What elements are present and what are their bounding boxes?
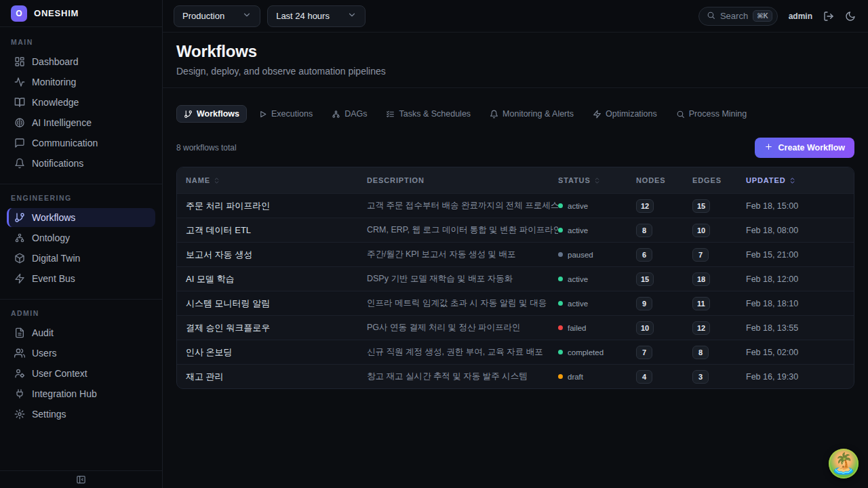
tab-label: Tasks & Schedules xyxy=(399,109,471,119)
tab-label: DAGs xyxy=(344,109,367,119)
sidebar-item-label: Notifications xyxy=(32,158,83,169)
tab-process-mining[interactable]: Process Mining xyxy=(669,105,754,123)
chevrons-up-down-icon xyxy=(593,177,601,184)
table-row[interactable]: 인사 온보딩신규 직원 계정 생성, 권한 부여, 교육 자료 배포comple… xyxy=(177,340,854,364)
table-row[interactable]: 시스템 모니터링 알림인프라 메트릭 임계값 초과 시 자동 알림 및 대응ac… xyxy=(177,291,854,315)
list-checks-icon xyxy=(386,110,395,119)
tab-optimizations[interactable]: Optimizations xyxy=(585,105,665,123)
plug-icon xyxy=(14,388,25,399)
table-row[interactable]: AI 모델 학습DSPy 기반 모델 재학습 및 배포 자동화active151… xyxy=(177,266,854,291)
sidebar-item-audit[interactable]: Audit xyxy=(7,323,155,342)
sidebar-item-knowledge[interactable]: Knowledge xyxy=(7,93,155,112)
status-dot-icon xyxy=(558,277,563,281)
chevron-down-icon xyxy=(242,10,252,20)
sidebar-footer xyxy=(0,470,162,488)
edges-cell: 3 xyxy=(692,370,746,384)
theme-toggle-button[interactable] xyxy=(845,11,856,22)
log-out-icon xyxy=(823,11,834,22)
edges-count: 8 xyxy=(692,346,709,359)
search-placeholder: Search xyxy=(720,11,748,21)
sidebar-item-label: Users xyxy=(32,348,57,359)
tab-monitoring-alerts[interactable]: Monitoring & Alerts xyxy=(482,105,581,123)
assistant-widget-button[interactable]: 🏝️ xyxy=(829,449,859,479)
sidebar-item-label: Monitoring xyxy=(32,77,76,87)
edges-count: 7 xyxy=(692,248,709,262)
activity-icon xyxy=(14,77,25,87)
column-header-edges: EDGES xyxy=(692,176,746,184)
nodes-cell: 9 xyxy=(636,297,692,310)
updated-timestamp: Feb 18, 12:00 xyxy=(746,274,854,284)
column-header-description: DESCRIPTION xyxy=(367,176,558,184)
status-dot-icon xyxy=(558,203,563,208)
edges-count: 15 xyxy=(692,199,710,213)
time-range-selector[interactable]: Last 24 hours xyxy=(267,5,366,27)
create-workflow-button[interactable]: Create Workflow xyxy=(755,138,854,158)
column-label: STATUS xyxy=(558,176,591,184)
sidebar-item-label: Settings xyxy=(32,409,66,420)
workflow-name: 주문 처리 파이프라인 xyxy=(177,200,367,212)
column-label: DESCRIPTION xyxy=(367,176,425,184)
nodes-cell: 12 xyxy=(636,199,692,213)
time-range-value: Last 24 hours xyxy=(276,11,330,21)
sidebar-item-monitoring[interactable]: Monitoring xyxy=(7,73,155,92)
sidebar-item-dashboard[interactable]: Dashboard xyxy=(7,52,155,71)
column-header-status[interactable]: STATUS xyxy=(558,176,636,184)
sidebar-item-users[interactable]: Users xyxy=(7,344,155,363)
tab-label: Optimizations xyxy=(606,109,657,119)
tab-workflows[interactable]: Workflows xyxy=(176,105,247,123)
sidebar-item-ai-intelligence[interactable]: AI Intelligence xyxy=(7,113,155,132)
edges-count: 10 xyxy=(692,224,710,237)
sidebar-item-notifications[interactable]: Notifications xyxy=(7,154,155,173)
sidebar-item-settings[interactable]: Settings xyxy=(7,405,155,424)
status-badge: failed xyxy=(558,324,636,332)
environment-selector[interactable]: Production xyxy=(174,5,260,27)
sidebar-item-label: AI Intelligence xyxy=(32,117,92,128)
tab-dags[interactable]: DAGs xyxy=(324,105,374,123)
search-input[interactable]: Search ⌘K xyxy=(698,7,778,26)
tab-label: Executions xyxy=(271,109,313,119)
column-header-updated[interactable]: UPDATED xyxy=(746,176,854,184)
bell-icon xyxy=(490,110,498,119)
tab-tasks-schedules[interactable]: Tasks & Schedules xyxy=(378,105,478,123)
nodes-cell: 15 xyxy=(636,272,692,286)
chevrons-up-down-icon xyxy=(789,177,796,184)
table-row[interactable]: 주문 처리 파이프라인고객 주문 접수부터 배송 완료까지의 전체 프로세스ac… xyxy=(177,193,854,218)
nodes-count: 7 xyxy=(636,346,652,359)
sidebar-item-digital-twin[interactable]: Digital Twin xyxy=(7,249,155,268)
sidebar-item-label: Workflows xyxy=(32,212,75,223)
search-shortcut-badge: ⌘K xyxy=(753,10,772,22)
status-badge: paused xyxy=(558,251,636,259)
column-label: NODES xyxy=(636,176,666,184)
table-row[interactable]: 고객 데이터 ETLCRM, ERP, 웹 로그 데이터 통합 및 변환 파이프… xyxy=(177,218,854,242)
sidebar-collapse-button[interactable] xyxy=(76,474,86,485)
sidebar-item-integration-hub[interactable]: Integration Hub xyxy=(7,384,155,403)
sidebar-item-label: Audit xyxy=(32,327,54,338)
page-subtitle: Design, deploy, and observe automation p… xyxy=(176,66,854,77)
updated-timestamp: Feb 18, 15:00 xyxy=(746,201,854,211)
status-label: draft xyxy=(568,373,583,381)
table-row[interactable]: 보고서 자동 생성주간/월간 KPI 보고서 자동 생성 및 배포paused6… xyxy=(177,242,854,266)
logout-button[interactable] xyxy=(823,11,834,22)
sidebar-item-ontology[interactable]: Ontology xyxy=(7,228,155,247)
sidebar-item-communication[interactable]: Communication xyxy=(7,134,155,152)
table-row[interactable]: 재고 관리창고 재고 실시간 추적 및 자동 발주 시스템draft43Feb … xyxy=(177,364,854,388)
sidebar-item-label: Knowledge xyxy=(32,97,79,108)
topbar-left: Production Last 24 hours xyxy=(174,5,366,27)
sidebar-item-workflows[interactable]: Workflows xyxy=(7,208,155,227)
sidebar-item-user-context[interactable]: User Context xyxy=(7,364,155,383)
table-header-row: NAMEDESCRIPTIONSTATUSNODESEDGESUPDATED xyxy=(177,167,854,193)
tab-executions[interactable]: Executions xyxy=(251,105,320,123)
workflow-description: PG사 연동 결제 처리 및 정산 파이프라인 xyxy=(367,322,558,333)
workflow-description: 고객 주문 접수부터 배송 완료까지의 전체 프로세스 xyxy=(367,200,558,211)
nodes-count: 8 xyxy=(636,224,652,237)
column-header-name[interactable]: NAME xyxy=(177,176,367,184)
workflow-icon xyxy=(14,212,25,223)
sidebar-item-event-bus[interactable]: Event Bus xyxy=(7,269,155,288)
workflow-name: 인사 온보딩 xyxy=(177,346,367,359)
dashboard-icon xyxy=(14,56,25,67)
sidebar-item-label: Digital Twin xyxy=(32,253,80,264)
column-label: EDGES xyxy=(692,176,722,184)
create-workflow-label: Create Workflow xyxy=(778,143,845,152)
tab-bar: WorkflowsExecutionsDAGsTasks & Schedules… xyxy=(176,105,854,123)
table-row[interactable]: 결제 승인 워크플로우PG사 연동 결제 처리 및 정산 파이프라인failed… xyxy=(177,315,854,340)
